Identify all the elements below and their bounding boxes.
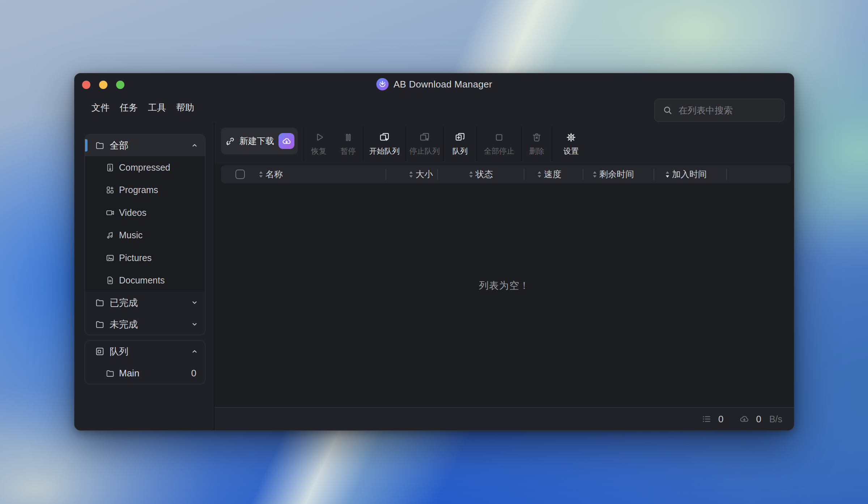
video-icon [106, 208, 115, 217]
play-icon [314, 132, 324, 143]
window-title: AB Download Manager [393, 79, 492, 90]
sidebar-item-label: Documents [119, 275, 165, 286]
table-header: 名称 大小 状态 速度 [221, 165, 791, 183]
resume-button[interactable]: 恢复 [304, 127, 333, 161]
empty-list-message: 列表为空！ [479, 279, 529, 292]
sidebar-item-programs[interactable]: Programs [85, 179, 205, 202]
sidebar-item-queue-main[interactable]: Main 0 [85, 362, 205, 384]
column-label: 加入时间 [672, 168, 707, 180]
sidebar-item-label: 全部 [110, 139, 191, 152]
sidebar-item-documents[interactable]: Documents [85, 269, 205, 292]
list-count-icon [702, 414, 712, 424]
column-divider [437, 169, 438, 180]
column-header-name[interactable]: 名称 [259, 165, 283, 183]
queues-button[interactable]: 队列 [444, 127, 476, 161]
column-label: 大小 [416, 168, 433, 180]
search-icon [663, 105, 673, 115]
start-queue-button[interactable]: 开始队列 [363, 127, 405, 161]
menu-help[interactable]: 帮助 [176, 102, 194, 114]
sidebar-item-queues[interactable]: 队列 [85, 341, 205, 362]
button-label: 停止队列 [409, 146, 440, 156]
column-divider [726, 169, 727, 180]
button-label: 开始队列 [369, 146, 400, 156]
column-label: 速度 [544, 168, 561, 180]
new-download-button[interactable]: 新建下载 [221, 128, 298, 154]
picture-icon [106, 253, 115, 262]
menu-bar: 文件 任务 工具 帮助 [75, 96, 194, 119]
main-pane: 新建下载 恢复 [214, 123, 794, 430]
select-all-checkbox[interactable] [235, 170, 245, 179]
global-speed-icon [739, 414, 749, 424]
chevron-down-icon[interactable] [191, 299, 199, 307]
toolbar-buttons: 恢复 暂停 [303, 127, 590, 161]
sidebar-item-label: Compressed [119, 162, 170, 173]
chevron-up-icon[interactable] [191, 347, 199, 355]
queues-icon [455, 132, 465, 143]
sidebar-item-label: Programs [119, 185, 158, 195]
column-header-size[interactable]: 大小 [409, 165, 433, 183]
sort-desc-icon [665, 171, 670, 178]
zip-file-icon [106, 163, 115, 172]
chevron-down-icon[interactable] [191, 320, 199, 328]
settings-button[interactable]: 设置 [552, 127, 590, 161]
button-label: 全部停止 [484, 146, 514, 156]
stop-queue-icon [419, 132, 430, 143]
pause-icon [343, 132, 354, 143]
sidebar-item-label: Videos [119, 208, 146, 218]
sidebar-item-pictures[interactable]: Pictures [85, 247, 205, 269]
music-icon [106, 231, 115, 240]
sort-icon [537, 171, 542, 178]
delete-button[interactable]: 删除 [522, 127, 552, 161]
column-header-time-left[interactable]: 剩余时间 [592, 165, 634, 183]
app-logo-icon [376, 78, 388, 90]
settings-gear-icon [566, 132, 576, 143]
minimize-button[interactable] [99, 81, 107, 89]
search-input[interactable] [678, 105, 776, 116]
column-header-date-added[interactable]: 加入时间 [665, 165, 707, 183]
column-divider [386, 169, 386, 180]
column-header-status[interactable]: 状态 [469, 165, 493, 183]
button-label: 暂停 [341, 146, 356, 156]
column-header-speed[interactable]: 速度 [537, 165, 561, 183]
download-list: 名称 大小 状态 速度 [214, 164, 794, 407]
stop-queue-button[interactable]: 停止队列 [406, 127, 443, 161]
queue-name: Main [119, 368, 139, 379]
stop-all-button[interactable]: 全部停止 [477, 127, 521, 161]
pause-button[interactable]: 暂停 [333, 127, 363, 161]
zoom-button[interactable] [116, 81, 124, 89]
app-window: AB Download Manager 文件 任务 工具 帮助 全部 [74, 73, 794, 431]
items-count: 0 [718, 414, 723, 425]
queues-panel: 队列 Main 0 [85, 340, 205, 384]
selection-indicator [85, 139, 88, 151]
sidebar-item-compressed[interactable]: Compressed [85, 156, 205, 179]
sidebar-item-label: Pictures [119, 253, 152, 263]
sidebar-item-all[interactable]: 全部 [85, 134, 205, 156]
stop-all-icon [494, 132, 505, 143]
toolbar: 新建下载 恢复 [214, 127, 794, 161]
categories-panel: 全部 Compressed [85, 134, 205, 335]
queue-count-badge: 0 [191, 368, 199, 379]
sidebar-item-music[interactable]: Music [85, 224, 205, 247]
sort-icon [469, 171, 473, 178]
menu-file[interactable]: 文件 [92, 102, 110, 114]
chevron-up-icon[interactable] [191, 141, 199, 149]
column-divider [583, 169, 583, 180]
menu-tools[interactable]: 工具 [148, 102, 166, 114]
sort-icon [409, 171, 413, 178]
sidebar-item-unfinished[interactable]: 未完成 [85, 313, 205, 335]
button-label: 删除 [529, 146, 544, 156]
document-icon [106, 276, 115, 285]
start-queue-icon [379, 132, 390, 143]
status-bar: 0 0 B/s [214, 407, 794, 430]
sidebar-item-label: 已完成 [110, 296, 191, 309]
menu-tasks[interactable]: 任务 [120, 102, 138, 114]
button-label: 设置 [563, 146, 579, 156]
column-label: 状态 [476, 168, 493, 180]
sidebar-item-finished[interactable]: 已完成 [85, 292, 205, 313]
sidebar-item-videos[interactable]: Videos [85, 201, 205, 224]
folder-icon [95, 141, 105, 150]
close-button[interactable] [82, 81, 90, 89]
download-from-link-button[interactable] [278, 133, 294, 149]
button-label: 队列 [452, 146, 468, 156]
sidebar-item-label: Music [119, 230, 142, 240]
